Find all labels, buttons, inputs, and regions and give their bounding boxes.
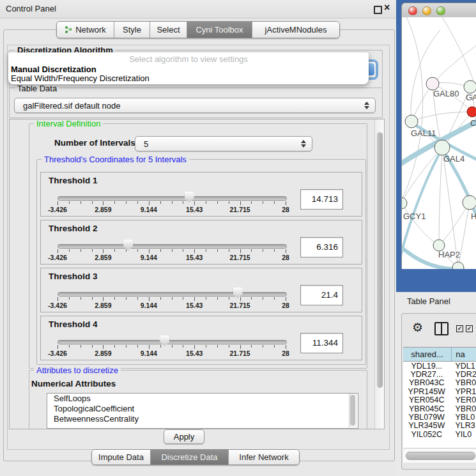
screen: Control Panel × Network Style Select Cyn…	[0, 0, 476, 476]
slider-track[interactable]	[58, 292, 287, 296]
table-row[interactable]: YIL052CYIL0	[403, 430, 476, 438]
menu-item-equal-width-frequency[interactable]: Equal Width/Frequency Discretization	[11, 73, 366, 82]
table-row[interactable]: YDR27...YDR2	[403, 370, 476, 378]
threshold-3-panel: Threshold 3 -3.426 2.859 9.144 15.43 21.…	[40, 268, 362, 312]
numerical-attributes-list[interactable]: SelfLoopsTopologicalCoefficientBetweenne…	[47, 393, 358, 429]
scale-label: 9.144	[141, 302, 157, 309]
tab-label: Network	[75, 25, 106, 35]
settings-scroll-area: Interval Definition Number of Intervals …	[9, 119, 385, 429]
group-title: Interval Definition	[34, 119, 103, 128]
table-row[interactable]: YDL19...YDL1	[403, 362, 476, 370]
tab-label: Discretize Data	[161, 452, 217, 462]
scale-label: -3.426	[48, 302, 67, 309]
table-row[interactable]: YER054CYER0	[403, 396, 476, 404]
threshold-value-field[interactable]: 11.344	[300, 333, 343, 353]
network-node[interactable]	[402, 197, 407, 209]
table-row[interactable]: YPR145WYPR1	[403, 387, 476, 395]
column-header-shared-name[interactable]: shared...	[403, 348, 452, 361]
table-row[interactable]: YLR345WYLR3	[403, 422, 476, 430]
node-label: GAL80	[433, 89, 459, 98]
table-row[interactable]: YBR045CYBR0	[403, 404, 476, 413]
scale-label: 2.859	[95, 206, 111, 213]
tab-network[interactable]: Network	[57, 22, 114, 38]
combo-value: 5	[144, 139, 148, 149]
numerical-attributes-heading: Numerical Attributes	[31, 379, 116, 388]
node-label: GA	[466, 93, 476, 102]
tab-impute-data[interactable]: Impute Data	[92, 450, 151, 464]
threshold-label: Threshold 2	[49, 224, 98, 233]
scale-label: 15.43	[186, 206, 203, 213]
attribute-item[interactable]: TopologicalCoefficient	[47, 404, 358, 414]
attribute-item[interactable]: BetweennessCentrality	[47, 414, 358, 424]
settings-scrollbar-thumb[interactable]	[377, 132, 383, 388]
tab-style[interactable]: Style	[114, 22, 150, 38]
tab-label: Impute Data	[98, 452, 144, 462]
number-of-intervals-combobox[interactable]: 5	[135, 136, 312, 151]
tab-cyni-toolbox[interactable]: Cyni Toolbox	[187, 22, 252, 38]
tab-label: Select	[157, 25, 180, 35]
table-row[interactable]: YBR043CYBR0	[403, 379, 476, 387]
slider-track[interactable]	[58, 196, 287, 201]
tab-select[interactable]: Select	[150, 22, 187, 38]
table-data-combobox[interactable]: galFiltered.sif default node	[14, 98, 376, 113]
checkbox-icon[interactable]: ✓	[456, 325, 463, 332]
threshold-value-field[interactable]: 21.4	[300, 285, 343, 305]
node-label: H	[471, 211, 476, 221]
table-panel-region: Table Panel ⚙ ✓ ✓ shared... na YDL19...Y…	[396, 292, 476, 476]
column-header-name[interactable]: na	[452, 348, 476, 361]
threshold-4-panel: Threshold 4 -3.426 2.859 9.144 15.43 21.…	[40, 316, 362, 360]
zoom-light[interactable]	[436, 6, 445, 15]
table-row[interactable]: YBL079WYBL0	[403, 413, 476, 421]
list-scrollbar-thumb[interactable]	[350, 395, 355, 426]
node-label: GCY1	[403, 211, 426, 221]
menu-item-manual-discretization[interactable]: Manual Discretization	[11, 65, 366, 73]
table-header-row: shared... na	[403, 348, 476, 362]
network-node[interactable]	[405, 115, 418, 128]
slider-track[interactable]	[58, 340, 287, 344]
scale-label: 2.859	[95, 302, 111, 309]
table-hscrollbar-track[interactable]	[403, 448, 476, 463]
table-hscrollbar-thumb[interactable]	[406, 452, 475, 460]
scale-label: 28	[282, 254, 289, 261]
network-window-titlebar[interactable]	[401, 3, 476, 19]
scale-label: 15.43	[186, 349, 203, 357]
attribute-item[interactable]: SelfLoops	[47, 394, 358, 404]
table-body: YDL19...YDL1YDR27...YDR2YBR043CYBR0YPR14…	[403, 362, 476, 439]
scale-label: 28	[282, 206, 289, 213]
group-title: Threshold's Coordinates for 5 Intervals	[42, 155, 189, 164]
apply-button[interactable]: Apply	[164, 429, 204, 444]
network-node[interactable]	[426, 77, 439, 90]
minimize-light[interactable]	[422, 6, 431, 15]
threshold-label: Threshold 4	[49, 319, 98, 329]
checkbox-icon[interactable]: ✓	[466, 325, 473, 332]
network-node[interactable]	[434, 140, 450, 155]
threshold-value-field[interactable]: 14.713	[300, 189, 343, 210]
bottom-tab-bar: Impute Data Discretize Data Infer Networ…	[91, 449, 300, 465]
algorithm-popup-menu: Select algorithm to view settings Manual…	[8, 52, 369, 84]
node-label: GAL11	[411, 128, 436, 138]
node-label: HAP2	[438, 250, 460, 259]
network-node[interactable]	[452, 262, 464, 269]
close-light[interactable]	[408, 6, 417, 15]
group-title: Attributes to discretize	[34, 365, 121, 375]
network-canvas[interactable]: GAL80GACGAL11GAL4GCY1HHAP2	[401, 17, 476, 269]
tab-discretize-data[interactable]: Discretize Data	[151, 450, 229, 464]
network-node[interactable]	[463, 196, 476, 210]
number-of-intervals-label: Number of Intervals	[54, 138, 135, 148]
settings-gear-icon[interactable]: ⚙	[412, 320, 423, 334]
scale-label: 28	[282, 349, 289, 357]
node-table: shared... na YDL19...YDL1YDR27...YDR2YBR…	[403, 347, 476, 449]
stepper-arrows-icon	[364, 102, 369, 109]
tab-jactivemnodules[interactable]: jActiveMNodules	[252, 22, 339, 38]
slider-track[interactable]	[58, 244, 287, 249]
scale-label: 9.144	[141, 254, 157, 261]
close-icon[interactable]: ×	[384, 2, 390, 13]
scale-label: 21.715	[230, 206, 250, 213]
network-node[interactable]	[467, 107, 476, 117]
tab-infer-network[interactable]: Infer Network	[229, 450, 299, 464]
network-node[interactable]	[464, 81, 476, 93]
threshold-value-field[interactable]: 6.316	[300, 237, 343, 257]
control-panel-titlebar: Control Panel ×	[0, 0, 396, 19]
float-window-icon[interactable]	[374, 6, 382, 14]
split-column-icon[interactable]	[434, 322, 449, 335]
